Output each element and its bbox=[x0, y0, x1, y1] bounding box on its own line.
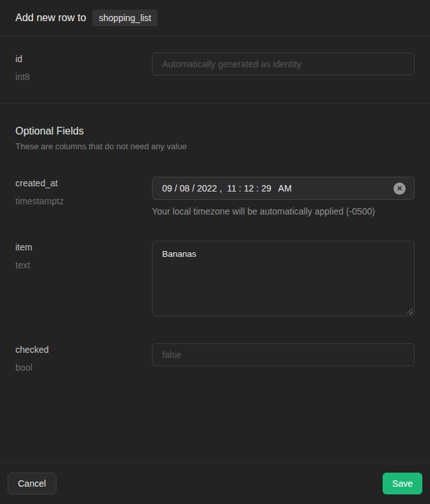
field-type-item: text bbox=[15, 260, 152, 271]
checked-input[interactable] bbox=[152, 343, 415, 366]
field-row-checked: checked bool bbox=[15, 343, 415, 373]
panel-title: Add new row to bbox=[15, 12, 86, 24]
timezone-hint: Your local timezone will be automaticall… bbox=[152, 206, 415, 216]
field-name-item: item bbox=[15, 242, 152, 253]
cancel-button[interactable]: Cancel bbox=[8, 473, 56, 494]
field-type-created-at: timestamptz bbox=[15, 196, 152, 207]
field-name-created-at: created_at bbox=[15, 178, 152, 189]
optional-section-title: Optional Fields bbox=[15, 126, 415, 137]
field-type-checked: bool bbox=[15, 362, 152, 373]
field-row-item: item text Bananas bbox=[15, 241, 415, 316]
table-name-chip: shopping_list bbox=[92, 10, 158, 26]
created-at-value: 09 / 08 / 2022 , 11 : 12 : 29 AM bbox=[162, 183, 393, 193]
required-fields-section: id int8 bbox=[0, 37, 430, 104]
optional-fields-section: Optional Fields These are columns that d… bbox=[0, 104, 430, 373]
optional-section-subtitle: These are columns that do not need any v… bbox=[15, 142, 415, 151]
field-type-id: int8 bbox=[15, 72, 152, 83]
id-input[interactable] bbox=[152, 53, 415, 76]
panel-footer: Cancel Save bbox=[0, 462, 430, 504]
save-button[interactable]: Save bbox=[383, 473, 422, 494]
item-textarea[interactable]: Bananas bbox=[152, 241, 415, 316]
field-row-created-at: created_at timestamptz 09 / 08 / 2022 , … bbox=[15, 177, 415, 216]
clear-datetime-icon[interactable]: ✕ bbox=[393, 183, 406, 195]
field-label-col: id int8 bbox=[15, 53, 152, 83]
created-at-datetime-input[interactable]: 09 / 08 / 2022 , 11 : 12 : 29 AM ✕ bbox=[152, 177, 415, 200]
field-row-id: id int8 bbox=[15, 53, 415, 83]
field-name-id: id bbox=[15, 54, 152, 65]
panel-header: Add new row to shopping_list bbox=[0, 0, 430, 37]
field-name-checked: checked bbox=[15, 345, 152, 355]
